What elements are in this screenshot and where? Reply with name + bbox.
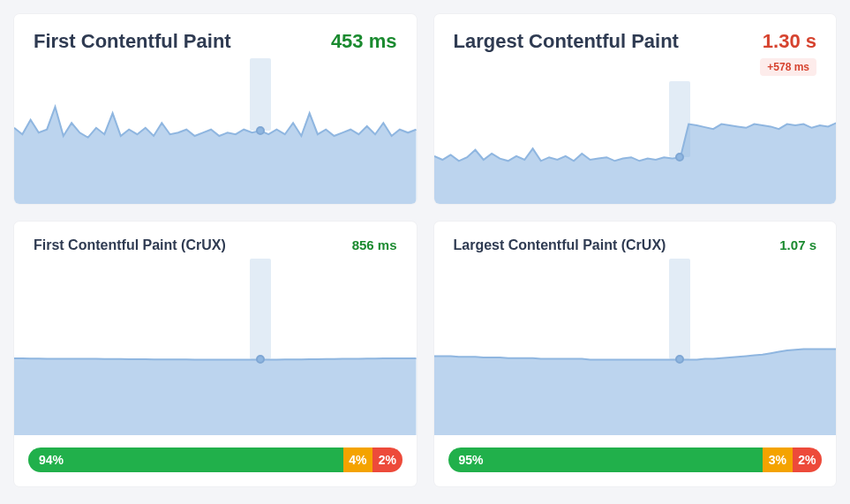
dist-poor-label: 2% xyxy=(379,453,396,467)
time-marker xyxy=(669,81,690,157)
time-marker xyxy=(250,58,271,131)
time-marker xyxy=(669,259,690,359)
metric-value: 1.07 s xyxy=(779,237,816,252)
metric-title: Largest Contentful Paint (CrUX) xyxy=(454,237,666,253)
card-header: First Contentful Paint (CrUX) 856 ms xyxy=(14,222,417,259)
card-header: First Contentful Paint 453 ms xyxy=(14,14,417,58)
dist-poor: 2% xyxy=(372,448,402,472)
dist-good: 95% xyxy=(448,448,763,472)
card-fcp-crux: First Contentful Paint (CrUX) 856 ms 94%… xyxy=(14,222,417,486)
time-marker xyxy=(250,259,271,359)
dist-needs-improvement: 4% xyxy=(343,448,372,472)
distribution-bar: 95% 3% 2% xyxy=(448,448,823,472)
metric-value-group: 1.30 s +578 ms xyxy=(760,30,816,76)
dist-good-label: 95% xyxy=(459,453,484,467)
metric-title: First Contentful Paint (CrUX) xyxy=(34,237,226,253)
card-header: Largest Contentful Paint (CrUX) 1.07 s xyxy=(434,222,837,259)
metric-title: Largest Contentful Paint xyxy=(454,30,679,53)
card-fcp: First Contentful Paint 453 ms xyxy=(14,14,417,204)
dist-poor-label: 2% xyxy=(798,453,816,467)
sparkline-chart xyxy=(434,81,837,204)
metric-value: 1.30 s xyxy=(760,30,816,53)
metric-value: 453 ms xyxy=(331,30,397,53)
dist-needs-improvement: 3% xyxy=(763,448,792,472)
sparkline-chart xyxy=(14,58,417,204)
card-lcp: Largest Contentful Paint 1.30 s +578 ms xyxy=(434,14,837,204)
metric-value: 856 ms xyxy=(352,237,397,252)
card-header: Largest Contentful Paint 1.30 s +578 ms xyxy=(434,14,837,81)
distribution-bar: 94% 4% 2% xyxy=(28,448,402,472)
sparkline-chart xyxy=(14,259,417,435)
dist-ni-label: 3% xyxy=(769,453,786,467)
dist-ni-label: 4% xyxy=(349,453,366,467)
delta-badge: +578 ms xyxy=(760,58,816,76)
sparkline-chart xyxy=(434,259,837,435)
marker-dot xyxy=(256,126,265,135)
dist-good-label: 94% xyxy=(39,453,64,467)
dist-poor: 2% xyxy=(793,448,822,472)
dist-good: 94% xyxy=(28,448,343,472)
metric-title: First Contentful Paint xyxy=(34,30,231,53)
card-lcp-crux: Largest Contentful Paint (CrUX) 1.07 s 9… xyxy=(434,222,837,486)
metrics-grid: First Contentful Paint 453 ms Largest Co… xyxy=(0,0,850,500)
